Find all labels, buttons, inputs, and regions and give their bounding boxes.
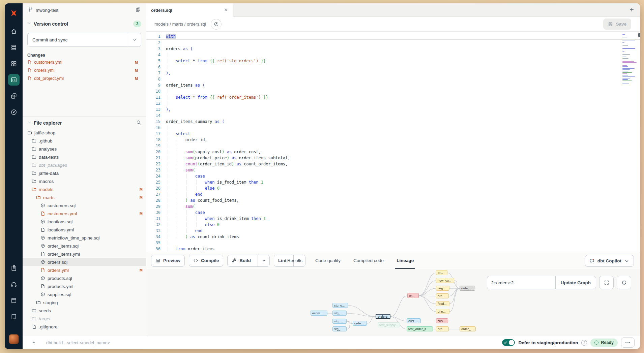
lineage-node-y6[interactable]: drin...: [436, 309, 449, 314]
chevron-down-icon[interactable]: [27, 120, 32, 126]
tree-item[interactable]: orders.ymlM: [23, 266, 146, 274]
apps-grid-icon[interactable]: [8, 58, 20, 69]
code-line[interactable]: 13),: [146, 106, 640, 113]
code-line[interactable]: 31│ │ │ │ when is_drink_item then 1: [146, 216, 640, 222]
tree-item[interactable]: target: [23, 315, 146, 323]
tree-item[interactable]: data-tests: [23, 153, 146, 161]
lineage-node-y3[interactable]: larg...: [436, 286, 449, 291]
code-line[interactable]: 36│ from order_items: [146, 246, 640, 252]
tree-item[interactable]: martsM: [23, 193, 146, 201]
lineage-node-gray[interactable]: orde...: [460, 286, 475, 291]
code-line[interactable]: 23│ │ sum(: [146, 167, 640, 173]
tab-orders-sql[interactable]: orders.sql: [146, 3, 233, 17]
code-line[interactable]: 11│ select * from {{ ref('order_items') …: [146, 94, 640, 100]
ide-editor-icon[interactable]: [8, 74, 20, 86]
lineage-node-y2[interactable]: new_cu...: [436, 278, 454, 283]
lineage-node-stg_d[interactable]: stg_...: [332, 326, 347, 331]
tree-item[interactable]: jaffle-shop: [23, 129, 146, 137]
lineage-node-cust[interactable]: cust...: [407, 318, 421, 323]
changed-file[interactable]: customers.ymlM: [27, 59, 141, 66]
chevron-down-icon[interactable]: [27, 21, 32, 27]
expand-command-bar-chevron[interactable]: [31, 340, 36, 345]
lineage-node-ecom[interactable]: ecom....: [311, 311, 327, 316]
panel-tab-results[interactable]: Results: [287, 252, 302, 269]
code-line[interactable]: 30│ │ │ case: [146, 210, 640, 216]
reference-book-icon[interactable]: [8, 311, 20, 322]
tree-item[interactable]: macros: [23, 177, 146, 185]
code-line[interactable]: 3orders as (: [146, 46, 640, 52]
code-line[interactable]: 6│: [146, 64, 640, 70]
defer-toggle[interactable]: [502, 339, 515, 346]
info-icon[interactable]: ?: [581, 340, 587, 346]
close-tab-icon[interactable]: [224, 8, 228, 13]
lineage-node-ghost[interactable]: test_supply...: [378, 322, 400, 327]
code-line[interactable]: 2: [146, 40, 640, 46]
tree-item[interactable]: seeds: [23, 307, 146, 315]
lineage-node-or_p[interactable]: or...: [407, 293, 419, 298]
lineage-node-stg_b[interactable]: stg_...: [332, 311, 347, 316]
tree-item[interactable]: jaffle-data: [23, 169, 146, 177]
lineage-node-y5[interactable]: food...: [436, 301, 449, 306]
docs-panel-icon[interactable]: [8, 295, 20, 306]
panel-tab-code-quality[interactable]: Code quality: [315, 252, 341, 269]
tree-item[interactable]: order_items.sql: [23, 242, 146, 250]
copy-icon[interactable]: [136, 7, 141, 13]
code-line[interactable]: 27│ │ │ end: [146, 191, 640, 197]
code-line[interactable]: 29│ │ sum(: [146, 203, 640, 210]
user-avatar[interactable]: [9, 334, 19, 344]
lineage-node-stg_a[interactable]: stg_o...: [332, 303, 348, 308]
tree-item[interactable]: customers.sql: [23, 201, 146, 210]
code-line[interactable]: 17│ select: [146, 131, 640, 137]
tree-item[interactable]: products.sql: [23, 274, 146, 282]
orchestration-icon[interactable]: [8, 90, 20, 102]
code-line[interactable]: 14: [146, 113, 640, 119]
code-line[interactable]: 9order_items as (: [146, 82, 640, 88]
code-line[interactable]: 19│ │: [146, 143, 640, 149]
code-line[interactable]: 26│ │ │ │ else 0: [146, 185, 640, 191]
tree-item[interactable]: staging: [23, 298, 146, 307]
code-line[interactable]: 28│ │ ) as count_food_items,: [146, 197, 640, 203]
lineage-node-ord_r[interactable]: order_...: [460, 326, 476, 331]
code-line[interactable]: 32│ │ │ │ else 0: [146, 222, 640, 228]
code-line[interactable]: 35│: [146, 240, 640, 246]
search-icon[interactable]: [136, 120, 141, 126]
scrollbar-thumb[interactable]: [638, 33, 640, 37]
code-line[interactable]: 7),: [146, 70, 640, 76]
save-button[interactable]: Save: [603, 19, 631, 30]
tree-item[interactable]: locations.yml: [23, 226, 146, 234]
refresh-button[interactable]: [617, 276, 631, 289]
code-line[interactable]: 25│ │ │ │ when is_food_item then 1: [146, 179, 640, 185]
branch-name[interactable]: mwong-test: [36, 8, 58, 13]
tree-item[interactable]: .gitignore: [23, 323, 146, 331]
command-placeholder[interactable]: dbt build --select <model_name>: [46, 340, 110, 345]
code-line[interactable]: 34│ │ ) as count_drink_items: [146, 234, 640, 240]
tree-item[interactable]: dbt_packages: [23, 161, 146, 169]
panel-tab-compiled-code[interactable]: Compiled code: [353, 252, 384, 269]
lineage-node-orde1[interactable]: orde...: [353, 321, 367, 326]
dbt-logo-icon[interactable]: [7, 7, 20, 20]
tree-item[interactable]: supplies.sql: [23, 290, 146, 298]
explore-compass-icon[interactable]: [8, 106, 20, 118]
commit-and-sync-button[interactable]: Commit and sync: [27, 33, 141, 47]
minimap[interactable]: [622, 34, 637, 86]
code-line[interactable]: 24│ │ │ case: [146, 173, 640, 179]
status-badge[interactable]: Ready: [590, 339, 618, 347]
changed-file[interactable]: dbt_project.ymlM: [27, 75, 141, 82]
build-options-chevron[interactable]: [258, 255, 269, 266]
tree-item[interactable]: order_items.yml: [23, 250, 146, 258]
code-line[interactable]: 33│ │ │ end: [146, 228, 640, 234]
home-icon[interactable]: [8, 26, 20, 37]
preview-button[interactable]: Preview: [151, 255, 185, 267]
build-button[interactable]: Build: [227, 255, 270, 267]
update-graph-button[interactable]: Update Graph: [555, 276, 596, 289]
fullscreen-button[interactable]: [599, 276, 614, 289]
code-line[interactable]: 21│ │ sum(product_price) as order_items_…: [146, 155, 640, 161]
code-line[interactable]: 20│ │ sum(supply_cost) as order_cost,: [146, 149, 640, 155]
support-headset-icon[interactable]: [8, 279, 20, 290]
tree-item[interactable]: analyses: [23, 145, 146, 153]
code-line[interactable]: 15order_items_summary as (: [146, 119, 640, 125]
environments-icon[interactable]: [8, 42, 20, 53]
code-line[interactable]: 16│: [146, 125, 640, 131]
lineage-node-y1[interactable]: or...: [436, 270, 447, 275]
tree-item[interactable]: orders.sql: [23, 258, 146, 266]
